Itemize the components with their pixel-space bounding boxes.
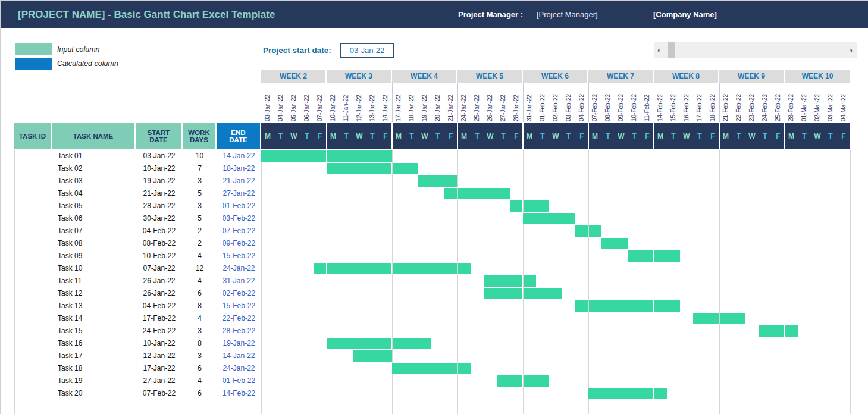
task-name-cell[interactable]: Task 14 <box>58 312 82 325</box>
company-name[interactable]: [Company Name] <box>653 1 717 28</box>
horizontal-scrollbar[interactable]: ‹ › <box>654 42 857 58</box>
task-name-cell[interactable]: Task 04 <box>58 187 82 200</box>
gantt-bar[interactable] <box>759 325 784 337</box>
scroll-left-icon[interactable]: ‹ <box>657 42 660 58</box>
start-date-cell[interactable]: 27-Jan-22 <box>136 375 183 387</box>
end-date-cell[interactable]: 22-Feb-22 <box>217 312 261 325</box>
gantt-bar[interactable] <box>444 188 457 199</box>
gantt-bar[interactable] <box>458 188 510 199</box>
task-name-cell[interactable]: Task 15 <box>58 325 82 337</box>
work-days-cell[interactable]: 7 <box>183 162 217 175</box>
end-date-cell[interactable]: 27-Jan-22 <box>217 187 261 200</box>
start-date-cell[interactable]: 17-Jan-22 <box>136 362 183 375</box>
task-name-cell[interactable]: Task 06 <box>58 212 82 225</box>
task-name-cell[interactable]: Task 11 <box>58 275 82 287</box>
gantt-bar[interactable] <box>654 250 680 262</box>
work-days-cell[interactable]: 4 <box>183 250 217 262</box>
gantt-bar[interactable] <box>628 250 653 262</box>
start-date-cell[interactable]: 17-Feb-22 <box>136 312 183 325</box>
end-date-cell[interactable]: 14-Jan-22 <box>217 150 261 162</box>
start-date-cell[interactable]: 07-Feb-22 <box>136 387 183 400</box>
end-date-cell[interactable]: 15-Feb-22 <box>217 300 261 312</box>
project-start-date-input[interactable]: 03-Jan-22 <box>340 43 394 58</box>
work-days-cell[interactable]: 8 <box>183 300 217 312</box>
start-date-cell[interactable]: 21-Jan-22 <box>136 187 183 200</box>
gantt-bar[interactable] <box>393 338 431 349</box>
gantt-bar[interactable] <box>654 388 667 399</box>
gantt-bar[interactable] <box>524 288 562 299</box>
gantt-bar[interactable] <box>785 325 798 337</box>
work-days-cell[interactable]: 5 <box>183 212 217 225</box>
task-name-cell[interactable]: Task 19 <box>58 375 82 387</box>
gantt-bar[interactable] <box>393 263 457 274</box>
task-name-cell[interactable]: Task 02 <box>58 162 82 175</box>
end-date-cell[interactable]: 15-Feb-22 <box>217 250 261 262</box>
gantt-bar[interactable] <box>720 313 745 324</box>
gantt-bar[interactable] <box>458 263 471 274</box>
task-name-cell[interactable]: Task 20 <box>58 387 82 400</box>
work-days-cell[interactable]: 3 <box>183 325 217 337</box>
task-name-cell[interactable]: Task 13 <box>58 300 82 312</box>
gantt-bar[interactable] <box>327 338 391 349</box>
gantt-bar[interactable] <box>261 150 326 162</box>
gantt-bar[interactable] <box>458 363 471 374</box>
end-date-cell[interactable]: 19-Jan-22 <box>217 337 261 350</box>
start-date-cell[interactable]: 04-Feb-22 <box>136 225 183 237</box>
task-name-cell[interactable]: Task 01 <box>58 150 82 162</box>
end-date-cell[interactable]: 01-Feb-22 <box>217 200 261 212</box>
gantt-bar[interactable] <box>393 163 418 174</box>
work-days-cell[interactable]: 10 <box>183 150 217 162</box>
work-days-cell[interactable]: 8 <box>183 337 217 350</box>
start-date-cell[interactable]: 10-Jan-22 <box>136 337 183 350</box>
task-name-cell[interactable]: Task 03 <box>58 175 82 187</box>
gantt-bar[interactable] <box>524 375 549 387</box>
start-date-cell[interactable]: 26-Jan-22 <box>136 287 183 300</box>
gantt-bar[interactable] <box>601 238 628 249</box>
end-date-cell[interactable]: 03-Feb-22 <box>217 212 261 225</box>
task-name-cell[interactable]: Task 17 <box>58 350 82 362</box>
gantt-bar[interactable] <box>575 300 588 312</box>
work-days-cell[interactable]: 2 <box>183 237 217 250</box>
end-date-cell[interactable]: 24-Jan-22 <box>217 262 261 275</box>
end-date-cell[interactable]: 01-Feb-22 <box>217 375 261 387</box>
work-days-cell[interactable]: 3 <box>183 175 217 187</box>
end-date-cell[interactable]: 18-Jan-22 <box>217 162 261 175</box>
task-name-cell[interactable]: Task 07 <box>58 225 82 237</box>
gantt-bar[interactable] <box>589 300 653 312</box>
work-days-cell[interactable]: 4 <box>183 375 217 387</box>
project-manager-value[interactable]: [Project Manager] <box>537 1 598 28</box>
work-days-cell[interactable]: 6 <box>183 362 217 375</box>
task-name-cell[interactable]: Task 05 <box>58 200 82 212</box>
start-date-cell[interactable]: 19-Jan-22 <box>136 175 183 187</box>
work-days-cell[interactable]: 6 <box>183 287 217 300</box>
end-date-cell[interactable]: 14-Jan-22 <box>217 350 261 362</box>
gantt-bar[interactable] <box>327 163 391 174</box>
start-date-cell[interactable]: 26-Jan-22 <box>136 275 183 287</box>
start-date-cell[interactable]: 28-Jan-22 <box>136 200 183 212</box>
gantt-bar[interactable] <box>418 175 457 187</box>
start-date-cell[interactable]: 24-Feb-22 <box>136 325 183 337</box>
gantt-bar[interactable] <box>510 200 522 212</box>
work-days-cell[interactable]: 6 <box>183 387 217 400</box>
start-date-cell[interactable]: 04-Feb-22 <box>136 300 183 312</box>
work-days-cell[interactable]: 4 <box>183 312 217 325</box>
end-date-cell[interactable]: 09-Feb-22 <box>217 237 261 250</box>
start-date-cell[interactable]: 07-Jan-22 <box>136 262 183 275</box>
start-date-cell[interactable]: 03-Jan-22 <box>136 150 183 162</box>
start-date-cell[interactable]: 10-Jan-22 <box>136 162 183 175</box>
gantt-bar[interactable] <box>524 275 536 287</box>
task-name-cell[interactable]: Task 18 <box>58 362 82 375</box>
end-date-cell[interactable]: 21-Jan-22 <box>217 175 261 187</box>
gantt-bar[interactable] <box>523 213 575 224</box>
end-date-cell[interactable]: 14-Feb-22 <box>217 387 261 400</box>
gantt-bar[interactable] <box>353 350 392 362</box>
work-days-cell[interactable]: 2 <box>183 225 217 237</box>
start-date-cell[interactable]: 08-Feb-22 <box>136 237 183 250</box>
task-name-cell[interactable]: Task 08 <box>58 237 82 250</box>
gantt-bar[interactable] <box>588 388 653 399</box>
end-date-cell[interactable]: 31-Jan-22 <box>217 275 261 287</box>
task-name-cell[interactable]: Task 10 <box>58 262 82 275</box>
end-date-cell[interactable]: 07-Feb-22 <box>217 225 261 237</box>
gantt-bar[interactable] <box>327 263 391 274</box>
end-date-cell[interactable]: 02-Feb-22 <box>217 287 261 300</box>
